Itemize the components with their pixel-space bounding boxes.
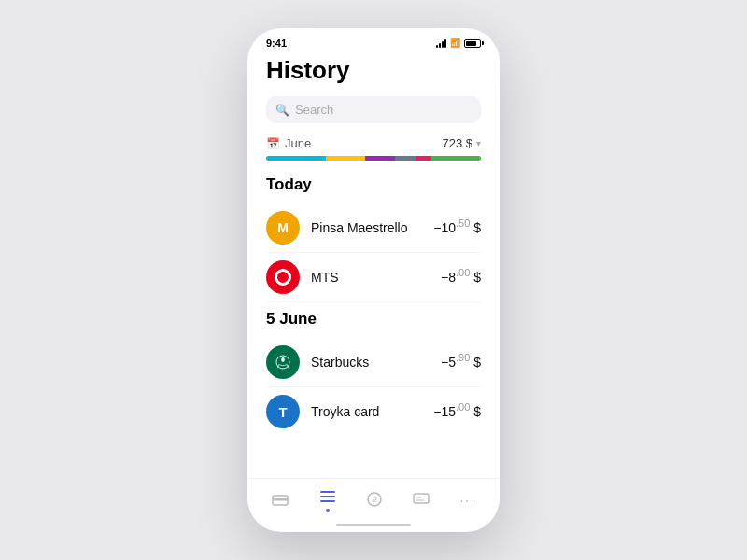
transaction-item-pinsa[interactable]: M Pinsa Maestrello −10.50 $: [266, 203, 481, 253]
nav-item-card[interactable]: [264, 490, 296, 512]
svg-rect-7: [320, 491, 335, 493]
search-icon: 🔍: [275, 104, 289, 117]
bar-segment-grey: [395, 156, 415, 161]
month-label: June: [285, 136, 311, 150]
card-icon: [272, 494, 289, 509]
starbucks-name: Starbucks: [311, 355, 430, 370]
bar-segment-pink: [416, 156, 431, 161]
starbucks-amount: −5.90 $: [441, 355, 481, 370]
pinsa-amount: −10.50 $: [433, 220, 481, 235]
starbucks-logo: [266, 345, 300, 379]
troyka-name: Troyka card: [311, 404, 422, 419]
pinsa-logo: M: [266, 211, 300, 245]
transaction-item-troyka[interactable]: T Troyka card −15.00 $: [266, 387, 481, 436]
troyka-logo: T: [266, 395, 300, 428]
more-icon: ···: [459, 493, 474, 510]
page-title: History: [266, 56, 481, 85]
section-title-today: Today: [266, 175, 481, 194]
svg-point-2: [281, 357, 285, 362]
status-icons: 📶: [436, 38, 481, 48]
bottom-nav: ₽ ···: [247, 478, 500, 520]
chevron-down-icon: ▾: [476, 138, 481, 148]
signal-icon: [436, 39, 446, 48]
status-bar: 9:41 📶: [247, 28, 500, 52]
svg-rect-9: [320, 500, 335, 502]
transaction-item-starbucks[interactable]: Starbucks −5.90 $: [266, 338, 481, 387]
svg-rect-12: [414, 494, 429, 503]
month-left[interactable]: 📅 June: [266, 136, 311, 150]
nav-item-chat[interactable]: [405, 489, 437, 513]
svg-rect-6: [273, 498, 288, 501]
search-input[interactable]: Search: [295, 103, 333, 117]
month-amount-wrapper[interactable]: 723 $ ▾: [442, 136, 481, 150]
bar-segment-purple: [365, 156, 395, 161]
section-title-5june: 5 June: [266, 310, 481, 329]
calendar-icon: 📅: [266, 137, 280, 150]
bar-segment-cyan: [266, 156, 326, 161]
phone-frame: 9:41 📶 History 🔍 Search 📅 June: [247, 28, 500, 532]
pay-icon: ₽: [367, 492, 382, 511]
nav-item-pay[interactable]: ₽: [359, 488, 389, 514]
pinsa-name: Pinsa Maestrello: [311, 220, 422, 235]
transaction-item-mts[interactable]: MTS −8.00 $: [266, 253, 481, 302]
svg-rect-8: [320, 496, 335, 497]
battery-icon: [464, 39, 481, 48]
bar-segment-yellow: [326, 156, 366, 161]
nav-item-more[interactable]: ···: [452, 489, 482, 513]
troyka-amount: −15.00 $: [433, 404, 481, 419]
nav-item-history[interactable]: [312, 486, 344, 516]
search-bar[interactable]: 🔍 Search: [266, 96, 481, 123]
month-row: 📅 June 723 $ ▾: [266, 136, 481, 150]
month-amount: 723 $: [442, 136, 472, 150]
mts-logo: [266, 260, 300, 294]
mts-name: MTS: [311, 270, 430, 285]
home-indicator: [336, 524, 411, 526]
nav-active-dot: [326, 509, 330, 512]
main-content: History 🔍 Search 📅 June 723 $ ▾: [247, 52, 500, 478]
chat-icon: [413, 493, 430, 510]
bar-segment-green: [431, 156, 481, 161]
wifi-icon: 📶: [450, 38, 460, 48]
status-time: 9:41: [266, 37, 287, 49]
history-icon: [319, 490, 336, 507]
mts-amount: −8.00 $: [441, 270, 481, 285]
svg-text:₽: ₽: [372, 496, 377, 505]
spending-color-bar: [266, 156, 481, 161]
